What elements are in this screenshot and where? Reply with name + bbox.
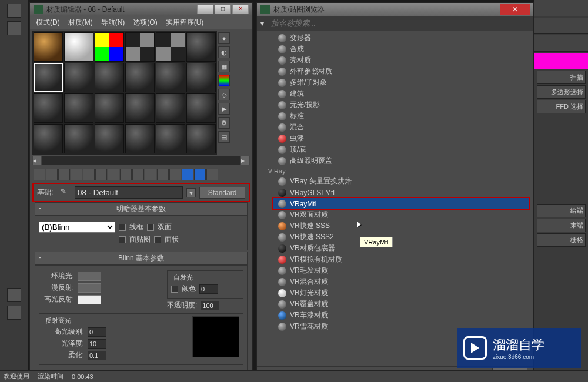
- pick-icon[interactable]: [206, 169, 218, 180]
- tree-item-selected[interactable]: VRayMtl: [273, 198, 529, 209]
- tree-item[interactable]: VR车漆材质: [273, 310, 529, 321]
- slot-scrollbar[interactable]: ◂▸: [32, 156, 250, 165]
- tree-item[interactable]: VR灯光材质: [273, 287, 529, 299]
- specular-swatch[interactable]: [78, 295, 101, 304]
- gloss-spinner[interactable]: [88, 339, 106, 349]
- tool-icon[interactable]: [7, 306, 21, 320]
- material-slot[interactable]: [186, 93, 216, 123]
- put-library-icon[interactable]: [108, 169, 119, 180]
- color-icon[interactable]: [218, 75, 230, 86]
- goto-parent-icon[interactable]: [157, 169, 169, 180]
- tree-item[interactable]: VR双面材质: [273, 209, 529, 220]
- faceted-checkbox[interactable]: [154, 236, 161, 243]
- material-slot[interactable]: [156, 32, 185, 62]
- tree-item[interactable]: 多维/子对象: [273, 77, 529, 88]
- wire-checkbox[interactable]: [119, 224, 126, 231]
- material-tree[interactable]: 变形器合成壳材质外部参照材质多维/子对象建筑无光/投影标准混合虫漆顶/底高级照明…: [257, 31, 533, 366]
- reset-icon[interactable]: [71, 169, 82, 180]
- ffd-select-button[interactable]: FFD 选择: [537, 100, 586, 113]
- tree-item[interactable]: VRay 矢量置换烘焙: [273, 176, 529, 187]
- scan-button[interactable]: 扫描: [537, 71, 586, 84]
- material-slot[interactable]: [156, 63, 185, 92]
- make-unique-icon[interactable]: [95, 169, 107, 180]
- menu-material[interactable]: 材质(M): [68, 18, 93, 28]
- select-icon[interactable]: ▤: [218, 131, 230, 143]
- filter-dropdown-icon[interactable]: ▾: [260, 19, 269, 28]
- assign-icon[interactable]: [58, 169, 70, 180]
- material-slot[interactable]: [156, 93, 185, 123]
- tree-item[interactable]: VR毛发材质: [273, 265, 529, 276]
- put-material-icon[interactable]: [46, 169, 58, 180]
- material-name-input[interactable]: [75, 186, 183, 199]
- facemap-checkbox[interactable]: [119, 236, 126, 243]
- material-slot[interactable]: [186, 63, 216, 92]
- material-slot-selected[interactable]: [34, 63, 63, 92]
- tool-icon[interactable]: [7, 288, 21, 302]
- close-button[interactable]: ✕: [232, 5, 249, 14]
- tree-item[interactable]: 顶/底: [273, 144, 529, 155]
- material-slot[interactable]: [186, 124, 216, 153]
- material-slot[interactable]: [64, 124, 93, 153]
- tree-item[interactable]: 外部参照材质: [273, 66, 529, 77]
- opacity-spinner[interactable]: [201, 301, 219, 310]
- material-slot[interactable]: [64, 63, 93, 92]
- material-slot[interactable]: [64, 93, 93, 123]
- tree-item[interactable]: VR快速 SSS: [273, 220, 529, 232]
- uv-icon[interactable]: ◇: [218, 89, 230, 100]
- titlebar[interactable]: 材质编辑器 - 08 - Default — □ ✕: [30, 3, 252, 16]
- tree-item[interactable]: 变形器: [273, 32, 529, 43]
- material-slot[interactable]: [125, 124, 155, 153]
- video-icon[interactable]: ▶: [218, 103, 230, 115]
- close-button[interactable]: ✕: [500, 4, 530, 15]
- ambient-swatch[interactable]: [78, 272, 101, 281]
- selfillum-checkbox[interactable]: [171, 286, 178, 293]
- soften-spinner[interactable]: [88, 351, 106, 360]
- menu-nav[interactable]: 导航(N): [101, 18, 125, 28]
- material-slot[interactable]: [125, 32, 155, 62]
- options-icon[interactable]: ⚙: [218, 117, 230, 129]
- menu-options[interactable]: 选项(O): [133, 18, 157, 28]
- tree-item[interactable]: 标准: [273, 110, 529, 122]
- tree-item[interactable]: VR覆盖材质: [273, 299, 529, 310]
- menu-util[interactable]: 实用程序(U): [166, 18, 204, 28]
- material-slot[interactable]: [125, 63, 155, 92]
- tree-item[interactable]: VR材质包裹器: [273, 243, 529, 254]
- material-slot[interactable]: [186, 32, 216, 62]
- material-slot[interactable]: [125, 93, 155, 123]
- goto-sibling-icon[interactable]: [169, 169, 181, 180]
- tree-item[interactable]: VR混合材质: [273, 276, 529, 287]
- rollout-header[interactable]: -明暗器基本参数: [35, 202, 248, 216]
- tree-item[interactable]: 混合: [273, 122, 529, 133]
- poly-select-button[interactable]: 多边形选择: [537, 85, 586, 99]
- show-result-icon[interactable]: [145, 169, 156, 180]
- material-slot[interactable]: [34, 124, 63, 153]
- tool-icon[interactable]: [7, 4, 21, 18]
- tree-item[interactable]: 合成: [273, 43, 529, 55]
- nav-forward-icon[interactable]: [182, 169, 193, 180]
- material-slot[interactable]: [156, 124, 185, 153]
- nav-back-icon[interactable]: [194, 169, 206, 180]
- tree-item[interactable]: 建筑: [273, 88, 529, 99]
- copy-icon[interactable]: [83, 169, 95, 180]
- material-slot[interactable]: [95, 93, 124, 123]
- menu-mode[interactable]: 模式(D): [36, 18, 60, 28]
- rollout-header[interactable]: -Blinn 基本参数: [35, 252, 248, 265]
- material-slot[interactable]: [95, 124, 124, 153]
- search-input[interactable]: [269, 18, 530, 29]
- tree-item[interactable]: VR快速 SSS2: [273, 232, 529, 243]
- material-slot[interactable]: [95, 32, 124, 62]
- maximize-button[interactable]: □: [215, 5, 231, 14]
- shader-select[interactable]: (B)Blinn: [39, 222, 115, 233]
- eyedropper-icon[interactable]: ✎: [61, 187, 71, 198]
- material-slot[interactable]: [95, 63, 124, 92]
- dropdown-icon[interactable]: ▾: [186, 188, 196, 197]
- checker-icon[interactable]: ▦: [218, 61, 230, 72]
- tree-item[interactable]: 虫漆: [273, 133, 529, 144]
- effects-icon[interactable]: [120, 169, 132, 180]
- twosided-checkbox[interactable]: [147, 224, 154, 231]
- tree-item[interactable]: 无光/投影: [273, 99, 529, 110]
- vray-group-header[interactable]: - V-Ray: [262, 166, 529, 176]
- diffuse-swatch[interactable]: [78, 283, 101, 293]
- link-icon[interactable]: [7, 21, 21, 35]
- material-slot[interactable]: [34, 32, 63, 62]
